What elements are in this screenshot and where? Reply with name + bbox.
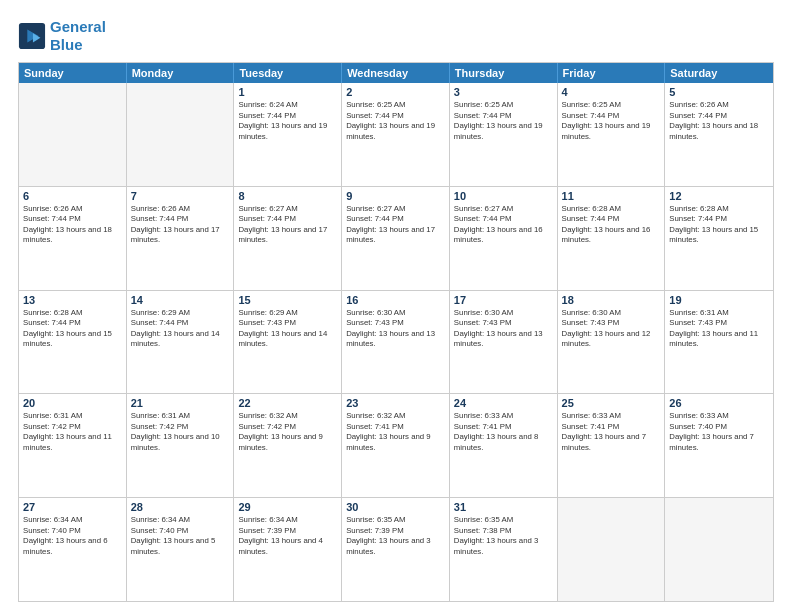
day-number: 29 — [238, 501, 337, 513]
cell-info: Sunrise: 6:32 AMSunset: 7:41 PMDaylight:… — [346, 411, 445, 453]
cell-info: Sunrise: 6:34 AMSunset: 7:40 PMDaylight:… — [23, 515, 122, 557]
calendar-cell: 9Sunrise: 6:27 AMSunset: 7:44 PMDaylight… — [342, 187, 450, 290]
calendar-cell: 12Sunrise: 6:28 AMSunset: 7:44 PMDayligh… — [665, 187, 773, 290]
cell-info: Sunrise: 6:33 AMSunset: 7:41 PMDaylight:… — [562, 411, 661, 453]
calendar-cell: 7Sunrise: 6:26 AMSunset: 7:44 PMDaylight… — [127, 187, 235, 290]
calendar-row-2: 13Sunrise: 6:28 AMSunset: 7:44 PMDayligh… — [19, 290, 773, 394]
day-number: 20 — [23, 397, 122, 409]
cell-info: Sunrise: 6:27 AMSunset: 7:44 PMDaylight:… — [346, 204, 445, 246]
cell-info: Sunrise: 6:33 AMSunset: 7:40 PMDaylight:… — [669, 411, 769, 453]
calendar-cell: 4Sunrise: 6:25 AMSunset: 7:44 PMDaylight… — [558, 83, 666, 186]
day-number: 17 — [454, 294, 553, 306]
cell-info: Sunrise: 6:31 AMSunset: 7:43 PMDaylight:… — [669, 308, 769, 350]
calendar-cell: 23Sunrise: 6:32 AMSunset: 7:41 PMDayligh… — [342, 394, 450, 497]
calendar-cell: 8Sunrise: 6:27 AMSunset: 7:44 PMDaylight… — [234, 187, 342, 290]
header-day-tuesday: Tuesday — [234, 63, 342, 83]
header-day-thursday: Thursday — [450, 63, 558, 83]
cell-info: Sunrise: 6:32 AMSunset: 7:42 PMDaylight:… — [238, 411, 337, 453]
header: General Blue — [18, 18, 774, 54]
header-day-sunday: Sunday — [19, 63, 127, 83]
calendar-cell: 26Sunrise: 6:33 AMSunset: 7:40 PMDayligh… — [665, 394, 773, 497]
page: General Blue SundayMondayTuesdayWednesda… — [0, 0, 792, 612]
calendar-cell: 18Sunrise: 6:30 AMSunset: 7:43 PMDayligh… — [558, 291, 666, 394]
day-number: 26 — [669, 397, 769, 409]
day-number: 16 — [346, 294, 445, 306]
calendar-cell — [19, 83, 127, 186]
calendar-body: 1Sunrise: 6:24 AMSunset: 7:44 PMDaylight… — [19, 83, 773, 601]
cell-info: Sunrise: 6:30 AMSunset: 7:43 PMDaylight:… — [562, 308, 661, 350]
logo: General Blue — [18, 18, 106, 54]
calendar-cell: 10Sunrise: 6:27 AMSunset: 7:44 PMDayligh… — [450, 187, 558, 290]
day-number: 2 — [346, 86, 445, 98]
calendar-cell: 11Sunrise: 6:28 AMSunset: 7:44 PMDayligh… — [558, 187, 666, 290]
calendar-header: SundayMondayTuesdayWednesdayThursdayFrid… — [19, 63, 773, 83]
cell-info: Sunrise: 6:29 AMSunset: 7:43 PMDaylight:… — [238, 308, 337, 350]
day-number: 13 — [23, 294, 122, 306]
calendar-cell: 6Sunrise: 6:26 AMSunset: 7:44 PMDaylight… — [19, 187, 127, 290]
calendar-cell: 1Sunrise: 6:24 AMSunset: 7:44 PMDaylight… — [234, 83, 342, 186]
calendar: SundayMondayTuesdayWednesdayThursdayFrid… — [18, 62, 774, 602]
day-number: 1 — [238, 86, 337, 98]
day-number: 15 — [238, 294, 337, 306]
calendar-cell: 14Sunrise: 6:29 AMSunset: 7:44 PMDayligh… — [127, 291, 235, 394]
day-number: 7 — [131, 190, 230, 202]
cell-info: Sunrise: 6:27 AMSunset: 7:44 PMDaylight:… — [454, 204, 553, 246]
cell-info: Sunrise: 6:26 AMSunset: 7:44 PMDaylight:… — [669, 100, 769, 142]
cell-info: Sunrise: 6:31 AMSunset: 7:42 PMDaylight:… — [23, 411, 122, 453]
calendar-cell — [127, 83, 235, 186]
calendar-cell: 15Sunrise: 6:29 AMSunset: 7:43 PMDayligh… — [234, 291, 342, 394]
cell-info: Sunrise: 6:34 AMSunset: 7:39 PMDaylight:… — [238, 515, 337, 557]
calendar-cell: 21Sunrise: 6:31 AMSunset: 7:42 PMDayligh… — [127, 394, 235, 497]
cell-info: Sunrise: 6:28 AMSunset: 7:44 PMDaylight:… — [562, 204, 661, 246]
logo-icon — [18, 22, 46, 50]
cell-info: Sunrise: 6:30 AMSunset: 7:43 PMDaylight:… — [346, 308, 445, 350]
day-number: 4 — [562, 86, 661, 98]
day-number: 28 — [131, 501, 230, 513]
cell-info: Sunrise: 6:33 AMSunset: 7:41 PMDaylight:… — [454, 411, 553, 453]
cell-info: Sunrise: 6:28 AMSunset: 7:44 PMDaylight:… — [23, 308, 122, 350]
cell-info: Sunrise: 6:34 AMSunset: 7:40 PMDaylight:… — [131, 515, 230, 557]
calendar-cell — [665, 498, 773, 601]
header-day-friday: Friday — [558, 63, 666, 83]
cell-info: Sunrise: 6:26 AMSunset: 7:44 PMDaylight:… — [131, 204, 230, 246]
calendar-row-3: 20Sunrise: 6:31 AMSunset: 7:42 PMDayligh… — [19, 393, 773, 497]
calendar-row-1: 6Sunrise: 6:26 AMSunset: 7:44 PMDaylight… — [19, 186, 773, 290]
day-number: 22 — [238, 397, 337, 409]
cell-info: Sunrise: 6:25 AMSunset: 7:44 PMDaylight:… — [346, 100, 445, 142]
cell-info: Sunrise: 6:24 AMSunset: 7:44 PMDaylight:… — [238, 100, 337, 142]
day-number: 23 — [346, 397, 445, 409]
day-number: 9 — [346, 190, 445, 202]
day-number: 8 — [238, 190, 337, 202]
calendar-cell — [558, 498, 666, 601]
calendar-cell: 28Sunrise: 6:34 AMSunset: 7:40 PMDayligh… — [127, 498, 235, 601]
calendar-row-0: 1Sunrise: 6:24 AMSunset: 7:44 PMDaylight… — [19, 83, 773, 186]
calendar-cell: 3Sunrise: 6:25 AMSunset: 7:44 PMDaylight… — [450, 83, 558, 186]
calendar-cell: 29Sunrise: 6:34 AMSunset: 7:39 PMDayligh… — [234, 498, 342, 601]
calendar-cell: 2Sunrise: 6:25 AMSunset: 7:44 PMDaylight… — [342, 83, 450, 186]
cell-info: Sunrise: 6:35 AMSunset: 7:38 PMDaylight:… — [454, 515, 553, 557]
calendar-cell: 25Sunrise: 6:33 AMSunset: 7:41 PMDayligh… — [558, 394, 666, 497]
cell-info: Sunrise: 6:29 AMSunset: 7:44 PMDaylight:… — [131, 308, 230, 350]
calendar-cell: 13Sunrise: 6:28 AMSunset: 7:44 PMDayligh… — [19, 291, 127, 394]
header-day-wednesday: Wednesday — [342, 63, 450, 83]
cell-info: Sunrise: 6:26 AMSunset: 7:44 PMDaylight:… — [23, 204, 122, 246]
cell-info: Sunrise: 6:30 AMSunset: 7:43 PMDaylight:… — [454, 308, 553, 350]
calendar-cell: 24Sunrise: 6:33 AMSunset: 7:41 PMDayligh… — [450, 394, 558, 497]
calendar-cell: 20Sunrise: 6:31 AMSunset: 7:42 PMDayligh… — [19, 394, 127, 497]
calendar-cell: 5Sunrise: 6:26 AMSunset: 7:44 PMDaylight… — [665, 83, 773, 186]
day-number: 31 — [454, 501, 553, 513]
day-number: 5 — [669, 86, 769, 98]
day-number: 24 — [454, 397, 553, 409]
cell-info: Sunrise: 6:25 AMSunset: 7:44 PMDaylight:… — [454, 100, 553, 142]
day-number: 11 — [562, 190, 661, 202]
day-number: 14 — [131, 294, 230, 306]
header-day-monday: Monday — [127, 63, 235, 83]
cell-info: Sunrise: 6:31 AMSunset: 7:42 PMDaylight:… — [131, 411, 230, 453]
day-number: 25 — [562, 397, 661, 409]
calendar-cell: 16Sunrise: 6:30 AMSunset: 7:43 PMDayligh… — [342, 291, 450, 394]
cell-info: Sunrise: 6:35 AMSunset: 7:39 PMDaylight:… — [346, 515, 445, 557]
calendar-row-4: 27Sunrise: 6:34 AMSunset: 7:40 PMDayligh… — [19, 497, 773, 601]
calendar-cell: 31Sunrise: 6:35 AMSunset: 7:38 PMDayligh… — [450, 498, 558, 601]
cell-info: Sunrise: 6:27 AMSunset: 7:44 PMDaylight:… — [238, 204, 337, 246]
day-number: 3 — [454, 86, 553, 98]
